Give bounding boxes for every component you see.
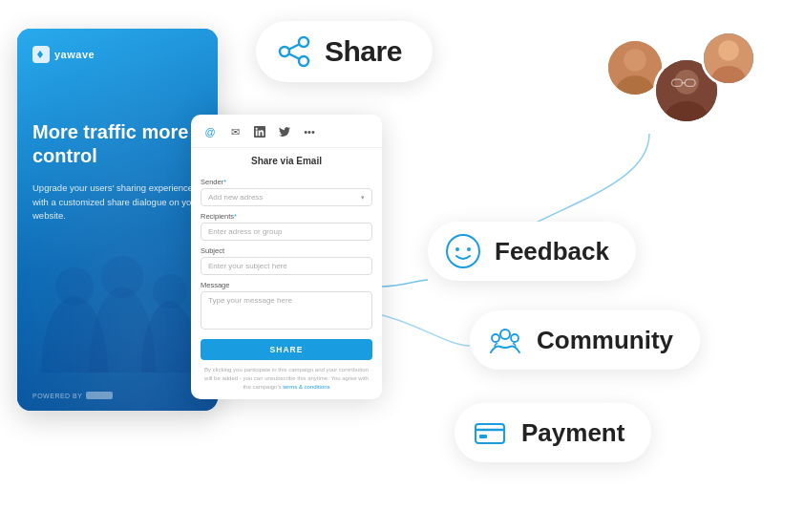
subject-input[interactable]: Enter your subject here <box>201 257 372 275</box>
svg-point-7 <box>280 47 289 56</box>
svg-line-10 <box>289 54 299 59</box>
sender-input[interactable]: Add new adress ▾ <box>201 188 372 206</box>
community-pill-label: Community <box>537 326 673 355</box>
tab-linkedin[interactable] <box>250 122 269 141</box>
svg-rect-31 <box>479 435 487 438</box>
chevron-icon: ▾ <box>361 194 365 202</box>
feedback-pill[interactable]: Feedback <box>428 222 636 281</box>
svg-point-24 <box>455 247 459 251</box>
recipients-label: Recipients* <box>201 212 372 221</box>
powered-by-logo <box>86 392 113 399</box>
tab-at[interactable]: @ <box>201 122 220 141</box>
share-modal: @ ✉ ••• Share via Email Sender* Add new … <box>191 115 382 399</box>
sender-label: Sender* <box>201 178 372 186</box>
card-title: More traffic more control <box>32 120 202 168</box>
tab-more[interactable]: ••• <box>300 122 319 141</box>
feedback-icon <box>445 233 481 269</box>
payment-pill-label: Payment <box>521 418 624 448</box>
svg-point-21 <box>718 40 739 61</box>
svg-point-28 <box>511 334 518 342</box>
subject-label: Subject <box>201 246 372 255</box>
svg-point-23 <box>447 235 479 267</box>
svg-point-25 <box>467 247 471 251</box>
message-label: Message <box>201 281 372 289</box>
modal-body: Sender* Add new adress ▾ Recipients* Ent… <box>191 178 382 330</box>
svg-point-27 <box>492 334 499 342</box>
modal-tabs: @ ✉ ••• <box>191 115 382 148</box>
subject-placeholder: Enter your subject here <box>208 262 287 270</box>
feedback-pill-label: Feedback <box>495 237 609 266</box>
recipients-placeholder: Enter adress or group <box>208 227 282 236</box>
logo-text: yawave <box>54 49 95 60</box>
avatar-3 <box>701 31 756 86</box>
message-placeholder: Type your message here <box>208 296 292 305</box>
message-textarea[interactable]: Type your message here <box>201 291 372 330</box>
payment-icon <box>472 415 508 451</box>
avatar-group <box>605 31 758 126</box>
tab-twitter[interactable] <box>275 122 294 141</box>
main-scene: yawave More traffic more control Upgrade… <box>0 0 804 532</box>
share-pill[interactable]: Share <box>256 21 433 82</box>
share-pill-label: Share <box>325 35 402 68</box>
blue-card: yawave More traffic more control Upgrade… <box>17 29 218 411</box>
yawave-logo: yawave <box>32 46 202 63</box>
svg-point-12 <box>624 49 645 71</box>
card-description: Upgrade your users' sharing experience w… <box>32 181 202 223</box>
terms-link[interactable]: terms & conditions <box>283 384 329 390</box>
svg-rect-29 <box>476 424 504 443</box>
community-icon <box>487 322 523 358</box>
svg-line-9 <box>289 45 299 50</box>
share-icon <box>277 34 311 69</box>
payment-pill[interactable]: Payment <box>455 403 651 462</box>
recipients-input[interactable]: Enter adress or group <box>201 223 372 241</box>
svg-point-6 <box>299 37 308 47</box>
svg-point-26 <box>500 330 510 339</box>
tab-mail[interactable]: ✉ <box>225 122 244 141</box>
community-pill[interactable]: Community <box>470 310 700 370</box>
powered-by-text: POWERED BY <box>32 393 82 399</box>
modal-title: Share via Email <box>191 148 382 172</box>
svg-point-8 <box>299 56 308 66</box>
modal-footer: By clicking you participate in this camp… <box>191 366 382 392</box>
share-button[interactable]: SHARE <box>201 339 372 360</box>
sender-placeholder: Add new adress <box>208 193 263 202</box>
